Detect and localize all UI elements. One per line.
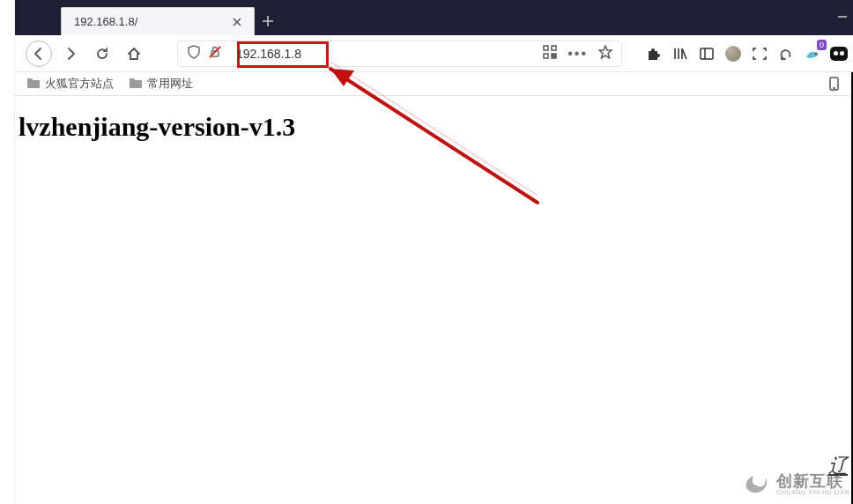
shield-icon[interactable] [187, 45, 201, 63]
bookmarks-bar: 火狐官方站点 常用网址 [15, 72, 853, 96]
new-tab-button[interactable] [255, 7, 281, 35]
svg-rect-8 [701, 48, 713, 59]
watermark-main: 创新互联 [776, 473, 849, 489]
toolbar-extensions: 0 [645, 45, 848, 63]
forward-button[interactable] [56, 41, 85, 67]
svg-rect-3 [544, 54, 548, 58]
home-button[interactable] [119, 41, 149, 67]
back-button[interactable] [26, 41, 52, 67]
bookmark-label: 常用网址 [147, 76, 193, 92]
bookmark-star-icon[interactable] [598, 45, 612, 63]
library-icon[interactable] [671, 45, 689, 63]
folder-icon [27, 78, 40, 91]
watermark-sub: CHUANG XIN HU LIAN [776, 489, 849, 495]
mobile-bookmarks-icon[interactable] [829, 77, 842, 91]
folder-icon [130, 78, 142, 91]
address-action-icons: ••• [543, 45, 612, 63]
watermark-logo-icon [741, 467, 771, 500]
sidebar-icon[interactable] [698, 45, 716, 63]
page-content: lvzhenjiang-version-v1.3 [15, 96, 853, 158]
tab-title: 192.168.1.8/ [74, 15, 220, 28]
svg-rect-2 [552, 46, 556, 50]
page-actions-icon[interactable]: ••• [567, 47, 588, 61]
extension-badge: 0 [817, 40, 827, 50]
svg-point-9 [815, 53, 817, 55]
url-text: 192.168.1.8 [231, 47, 307, 61]
reload-button[interactable] [87, 41, 117, 67]
title-bar: 192.168.1.8/ [15, 0, 853, 35]
svg-rect-6 [552, 56, 553, 58]
shark-extension-icon[interactable]: 0 [804, 45, 821, 63]
svg-rect-4 [552, 54, 553, 56]
undo-arrow-icon[interactable] [777, 45, 795, 63]
puzzle-icon[interactable] [645, 45, 663, 63]
svg-rect-1 [544, 46, 548, 50]
svg-rect-7 [554, 56, 556, 58]
mask-extension-icon[interactable] [830, 45, 848, 63]
bookmark-firefox-official[interactable]: 火狐官方站点 [27, 76, 114, 92]
avatar-icon[interactable] [724, 45, 742, 63]
page-heading: lvzhenjiang-version-v1.3 [19, 112, 849, 142]
bookmark-label: 火狐官方站点 [45, 76, 114, 92]
insecure-lock-icon[interactable] [208, 45, 222, 63]
qr-icon[interactable] [543, 45, 557, 63]
address-bar[interactable]: 192.168.1.8 ••• [177, 41, 622, 67]
svg-rect-5 [554, 54, 556, 56]
browser-tab[interactable]: 192.168.1.8/ [61, 7, 255, 35]
address-security-icons [187, 45, 222, 63]
screenshot-icon[interactable] [751, 45, 768, 63]
window-left-border [0, 0, 15, 504]
watermark: 创新互联 CHUANG XIN HU LIAN [741, 467, 849, 500]
window-controls [837, 0, 848, 35]
bookmark-common-sites[interactable]: 常用网址 [130, 76, 193, 92]
close-tab-button[interactable] [229, 14, 245, 30]
minimize-button[interactable] [837, 10, 848, 26]
nav-toolbar: 192.168.1.8 ••• [15, 35, 853, 72]
